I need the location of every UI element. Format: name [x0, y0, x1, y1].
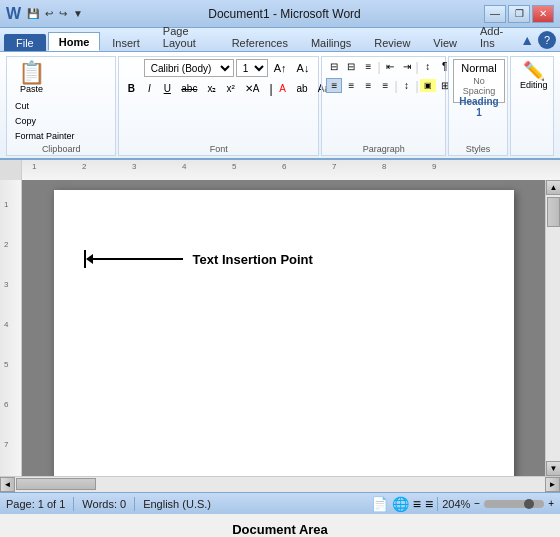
- bullets-button[interactable]: ⊟: [326, 59, 342, 74]
- clear-format-button[interactable]: ✕A: [241, 81, 264, 96]
- numbering-button[interactable]: ⊟: [343, 59, 359, 74]
- main-area: 1 2 3 4 5 6 7: [0, 180, 560, 476]
- zoom-out-button[interactable]: −: [474, 498, 480, 509]
- save-qa-button[interactable]: 💾: [25, 7, 41, 20]
- paste-label: Paste: [20, 84, 43, 94]
- restore-button[interactable]: ❐: [508, 5, 530, 23]
- ribbon-collapse-icon[interactable]: ▲: [520, 32, 534, 48]
- align-left-button[interactable]: ≡: [326, 78, 342, 93]
- redo-qa-button[interactable]: ↪: [57, 7, 69, 20]
- close-button[interactable]: ✕: [532, 5, 554, 23]
- ruler-area: 1 2 3 4 5 6 7 8 9: [0, 160, 560, 180]
- justify-button[interactable]: ≡: [377, 78, 393, 93]
- arrow-shaft: [93, 258, 183, 260]
- title-bar-left: W 💾 ↩ ↪ ▼: [6, 5, 85, 23]
- scroll-down-button[interactable]: ▼: [546, 461, 560, 476]
- vertical-ruler: 1 2 3 4 5 6 7: [0, 180, 22, 476]
- editing-label: Editing: [520, 80, 548, 90]
- help-button[interactable]: ?: [538, 31, 556, 49]
- shading-button[interactable]: ▣: [420, 79, 436, 92]
- cut-button[interactable]: Cut: [11, 99, 79, 113]
- undo-qa-button[interactable]: ↩: [43, 7, 55, 20]
- multilevel-button[interactable]: ≡: [360, 59, 376, 74]
- document-area-label: Document Area: [0, 522, 560, 537]
- word-count: Words: 0: [82, 498, 126, 510]
- minimize-button[interactable]: —: [484, 5, 506, 23]
- normal-style: Normal: [456, 62, 502, 74]
- center-button[interactable]: ≡: [343, 78, 359, 93]
- tab-page-layout[interactable]: Page Layout: [152, 21, 220, 51]
- insertion-arrow: [86, 254, 183, 264]
- tab-add-ins[interactable]: Add-Ins: [469, 21, 519, 51]
- view-draft-button[interactable]: ≡: [425, 496, 433, 512]
- zoom-slider[interactable]: [484, 500, 544, 508]
- window-controls: — ❐ ✕: [484, 5, 554, 23]
- tab-mailings[interactable]: Mailings: [300, 33, 362, 51]
- zoom-level: 204%: [442, 498, 470, 510]
- view-print-button[interactable]: 📄: [371, 496, 388, 512]
- h-scroll-track[interactable]: [15, 477, 545, 492]
- ribbon-body: 📋 Paste Cut Copy Format Painter Clipboar…: [0, 52, 560, 160]
- zoom-in-button[interactable]: +: [548, 498, 554, 509]
- highlight-button[interactable]: ab: [293, 81, 312, 96]
- h-scroll-thumb[interactable]: [16, 478, 96, 490]
- font-color-button[interactable]: A: [275, 81, 291, 96]
- document-area[interactable]: Text Insertion Point: [22, 180, 545, 476]
- paste-button[interactable]: 📋 Paste: [11, 59, 52, 97]
- font-format-row: B I U abc x₂ x² ✕A | A ab Aa: [123, 81, 334, 96]
- horizontal-scrollbar: ◄ ►: [0, 476, 560, 492]
- strikethrough-button[interactable]: abc: [177, 81, 201, 96]
- status-bar: Page: 1 of 1 Words: 0 English (U.S.) 📄 🌐…: [0, 492, 560, 514]
- subscript-button[interactable]: x₂: [203, 81, 220, 96]
- editing-button[interactable]: ✏️ Editing: [515, 59, 553, 93]
- font-name-select[interactable]: Calibri (Body): [144, 59, 234, 77]
- superscript-button[interactable]: x²: [222, 81, 238, 96]
- clipboard-small-buttons: Cut Copy Format Painter: [11, 99, 79, 143]
- no-spacing-style: No Spacing: [456, 76, 502, 96]
- vertical-scrollbar: ▲ ▼: [545, 180, 560, 476]
- scroll-right-button[interactable]: ►: [545, 477, 560, 492]
- bold-button[interactable]: B: [123, 81, 139, 96]
- view-outline-button[interactable]: ≡: [413, 496, 421, 512]
- copy-button[interactable]: Copy: [11, 114, 79, 128]
- styles-group: Normal No Spacing Heading 1 Styles: [448, 56, 508, 156]
- tab-insert[interactable]: Insert: [101, 33, 151, 51]
- styles-gallery[interactable]: Normal No Spacing Heading 1: [453, 59, 505, 103]
- paste-icon: 📋: [18, 62, 45, 84]
- status-bar-right: 📄 🌐 ≡ ≡ 204% − +: [371, 496, 554, 512]
- format-painter-button[interactable]: Format Painter: [11, 129, 79, 143]
- paragraph-group: ⊟ ⊟ ≡ | ⇤ ⇥ | ↕ ¶ ≡ ≡ ≡ ≡ | ↕ |: [321, 56, 446, 156]
- tab-references[interactable]: References: [221, 33, 299, 51]
- horizontal-ruler: 1 2 3 4 5 6 7 8 9: [22, 160, 560, 180]
- arrow-head-left: [86, 254, 93, 264]
- tab-view[interactable]: View: [422, 33, 468, 51]
- italic-button[interactable]: I: [141, 81, 157, 96]
- align-right-button[interactable]: ≡: [360, 78, 376, 93]
- decrease-font-size-button[interactable]: A↓: [293, 60, 314, 76]
- scroll-track[interactable]: [546, 195, 560, 461]
- line-spacing-button[interactable]: ↕: [399, 78, 415, 93]
- clipboard-group: 📋 Paste Cut Copy Format Painter Clipboar…: [6, 56, 116, 156]
- tab-home[interactable]: Home: [48, 32, 101, 51]
- insertion-annotation: Text Insertion Point: [84, 250, 313, 268]
- underline-button[interactable]: U: [159, 81, 175, 96]
- scroll-up-button[interactable]: ▲: [546, 180, 560, 195]
- status-divider-2: [134, 497, 135, 511]
- document-page: Text Insertion Point: [54, 190, 514, 476]
- scroll-left-button[interactable]: ◄: [0, 477, 15, 492]
- styles-label: Styles: [449, 144, 507, 154]
- increase-font-size-button[interactable]: A↑: [270, 60, 291, 76]
- status-divider-3: [437, 497, 438, 511]
- tab-review[interactable]: Review: [363, 33, 421, 51]
- increase-indent-button[interactable]: ⇥: [399, 59, 415, 74]
- para-row-2: ≡ ≡ ≡ ≡ | ↕ | ▣ ⊞: [326, 78, 452, 93]
- scroll-thumb[interactable]: [547, 197, 560, 227]
- sort-button[interactable]: ↕: [420, 59, 436, 74]
- decrease-indent-button[interactable]: ⇤: [382, 59, 398, 74]
- view-web-button[interactable]: 🌐: [392, 496, 409, 512]
- qa-dropdown[interactable]: ▼: [71, 7, 85, 20]
- clipboard-label: Clipboard: [7, 144, 115, 154]
- tab-file[interactable]: File: [4, 34, 46, 51]
- font-size-select[interactable]: 11: [236, 59, 268, 77]
- font-name-row: Calibri (Body) 11 A↑ A↓: [144, 59, 314, 77]
